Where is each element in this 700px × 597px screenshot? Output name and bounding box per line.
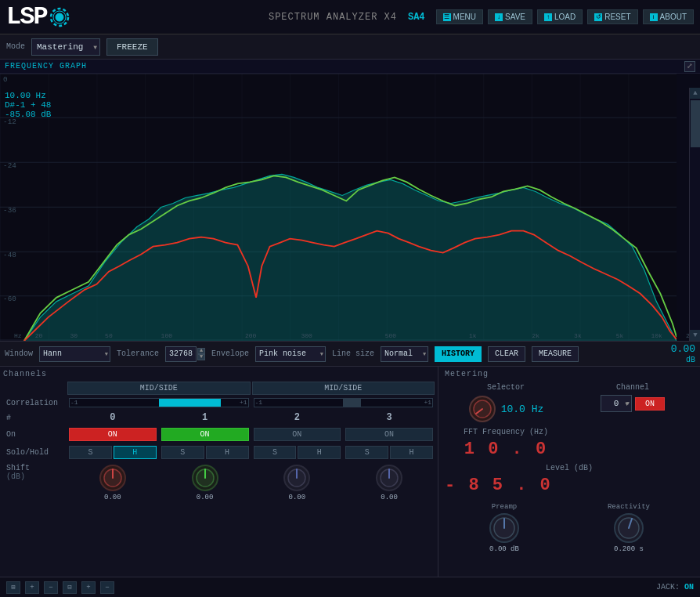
ch2-on-button[interactable]: ON	[254, 428, 341, 441]
corr-right-label-2: +1	[424, 399, 431, 406]
fft-freq-item: FFT Frequency (Hz) 1 0 . 0	[445, 428, 567, 459]
menu-button[interactable]: ☰ MENU	[436, 9, 483, 24]
ch3-sh-container: S H	[345, 446, 433, 459]
measure-button[interactable]: MEASURE	[532, 346, 579, 362]
status-btn-add[interactable]: +	[25, 581, 39, 594]
ch3-number: 3	[387, 412, 392, 423]
reactivity-label: Reactivity	[608, 503, 650, 511]
corr-left-label-1: -1	[70, 399, 78, 406]
preamp-label: Preamp	[492, 503, 517, 511]
ch0-solo-button[interactable]: S	[69, 446, 112, 459]
status-btn-1[interactable]: ⊞	[6, 581, 20, 594]
channel-on-button[interactable]: ON	[635, 397, 665, 411]
ch1-sh-cell: S H	[160, 444, 251, 461]
ch1-knob-container: 0.00	[191, 464, 219, 501]
svg-text:-24: -24	[3, 161, 16, 170]
channel-select[interactable]: 0 1 2 3	[601, 395, 632, 412]
status-btn-minus[interactable]: −	[44, 581, 58, 594]
status-btn-grid[interactable]: ⊟	[63, 581, 77, 594]
ch3-on-button[interactable]: ON	[345, 428, 433, 441]
status-btn-plus2[interactable]: +	[81, 581, 96, 594]
ch2-knob-cell: 0.00	[252, 462, 343, 503]
reactivity-knob[interactable]	[613, 512, 644, 544]
toolbar: Mode Mastering Standard Spectral FREEZE	[0, 34, 700, 60]
header: LSP SPECTRUM ANALYZER X4 SA4 ☰ MENU ↓ SA…	[0, 0, 700, 34]
fft-value: 1 0 . 0	[464, 440, 547, 459]
window-select[interactable]: Hann Hamming Blackman Rectangular	[39, 346, 110, 362]
sa4-badge: SA4	[408, 12, 425, 23]
save-icon: ↓	[495, 13, 503, 21]
mode-select-wrapper: Mastering Standard Spectral	[31, 38, 100, 56]
ch0-hold-button[interactable]: H	[114, 446, 157, 459]
corr-right-label-1: +1	[240, 399, 247, 406]
ch3-solo-button[interactable]: S	[345, 446, 388, 459]
ch1-hold-button[interactable]: H	[206, 446, 249, 459]
ch3-shift-knob[interactable]	[375, 464, 403, 492]
level-label: Level (dB)	[445, 464, 694, 472]
load-button[interactable]: ↑ LOAD	[537, 9, 583, 24]
line-size-select[interactable]: Normal Thin Thick	[381, 346, 428, 362]
ch2-solo-button[interactable]: S	[254, 446, 297, 459]
envelope-select-wrapper: Pink noise White noise None	[255, 346, 326, 362]
selector-container: 10.0 Hz	[468, 395, 544, 423]
graph-scrollbar[interactable]: ▲ ▼	[689, 88, 700, 341]
preamp-knob[interactable]	[489, 512, 520, 544]
ch1-sh-container: S H	[161, 446, 249, 459]
reset-icon: ↺	[594, 13, 602, 21]
ch1-num-cell: 1	[160, 411, 251, 425]
mode-select[interactable]: Mastering Standard Spectral	[31, 38, 100, 56]
ch3-sh-cell: S H	[344, 444, 435, 461]
svg-text:0: 0	[3, 75, 8, 84]
expand-button[interactable]: ⤢	[684, 61, 695, 72]
channels-grid: MID/SIDE MID/SIDE Correlation -1 +1 -1	[3, 382, 435, 503]
ch2-num-cell: 2	[252, 411, 343, 425]
shift-unit: (dB)	[6, 472, 25, 481]
ch0-sh-cell: S H	[67, 444, 158, 461]
solo-hold-label: Solo/Hold	[3, 444, 66, 461]
tolerance-down[interactable]: ▼	[197, 354, 205, 360]
envelope-select[interactable]: Pink noise White noise None	[255, 346, 326, 362]
tolerance-arrows: ▲ ▼	[197, 348, 205, 360]
window-select-wrapper: Hann Hamming Blackman Rectangular	[39, 346, 110, 362]
ch0-on-button[interactable]: ON	[69, 428, 157, 441]
bottom-panel: Channels MID/SIDE MID/SIDE Correlation -…	[0, 367, 700, 577]
selector-knob[interactable]	[468, 395, 496, 423]
clear-button[interactable]: CLEAR	[488, 346, 525, 362]
status-bar: ⊞ + − ⊟ + − JACK: ON	[0, 577, 700, 597]
controls-bar: Window Hann Hamming Blackman Rectangular…	[0, 342, 700, 367]
envelope-label: Envelope	[211, 349, 249, 358]
reset-button[interactable]: ↺ RESET	[587, 9, 637, 24]
channel-select-container: 0 1 2 3 ▼ ON	[601, 395, 665, 412]
status-btn-minus2[interactable]: −	[100, 581, 114, 594]
ch1-on-button[interactable]: ON	[161, 428, 249, 441]
channel-item: Channel 0 1 2 3 ▼ ON	[572, 383, 694, 423]
ch2-shift-knob[interactable]	[283, 464, 311, 492]
freeze-button[interactable]: FREEZE	[106, 38, 158, 56]
ch1-solo-button[interactable]: S	[161, 446, 204, 459]
ch1-shift-knob[interactable]	[191, 464, 219, 492]
ch3-hold-button[interactable]: H	[390, 446, 433, 459]
channel-num-label: #	[3, 411, 66, 425]
graph-note: D#-1 + 48	[5, 100, 51, 110]
ch2-hold-button[interactable]: H	[298, 446, 341, 459]
ch2-shift-value: 0.00	[289, 494, 306, 501]
scroll-handle[interactable]	[691, 100, 700, 147]
ch0-number: 0	[110, 412, 115, 423]
ch0-shift-value: 0.00	[104, 494, 121, 501]
scroll-down-arrow[interactable]: ▼	[690, 330, 700, 341]
history-button[interactable]: HISTORY	[435, 346, 482, 362]
window-label: Window	[5, 349, 33, 358]
shift-label: Shift	[6, 464, 30, 472]
channels-title: Channels	[3, 370, 435, 378]
on-label: On	[3, 426, 66, 443]
ch1-number: 1	[202, 412, 207, 423]
ch3-knob-container: 0.00	[375, 464, 403, 501]
about-button[interactable]: i ABOUT	[643, 9, 694, 24]
scroll-up-arrow[interactable]: ▲	[690, 88, 700, 99]
ch0-shift-knob[interactable]	[99, 464, 127, 492]
ch3-num-cell: 3	[344, 411, 435, 425]
save-button[interactable]: ↓ SAVE	[488, 9, 532, 24]
mid-side-header-1: MID/SIDE	[67, 382, 251, 395]
metering-grid: Selector 10.0 Hz Channel 0	[445, 383, 694, 553]
graph-canvas-area[interactable]: 10.00 Hz D#-1 + 48 -85.08 dB	[0, 74, 700, 341]
